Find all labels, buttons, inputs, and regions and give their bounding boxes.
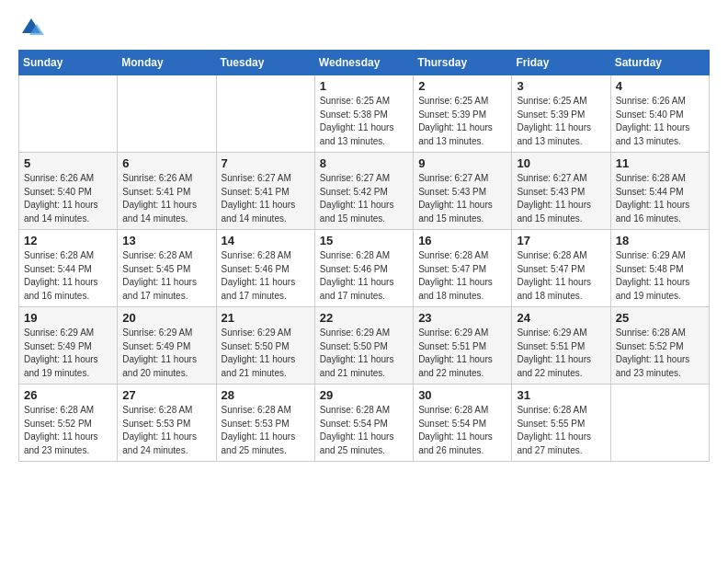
logo-icon bbox=[18, 15, 44, 40]
weekday-header-row: SundayMondayTuesdayWednesdayThursdayFrid… bbox=[19, 51, 710, 75]
calendar-cell: 2Sunrise: 6:25 AM Sunset: 5:39 PM Daylig… bbox=[414, 75, 512, 153]
calendar-cell: 19Sunrise: 6:29 AM Sunset: 5:49 PM Dayli… bbox=[19, 307, 118, 385]
day-info: Sunrise: 6:29 AM Sunset: 5:51 PM Dayligh… bbox=[517, 327, 605, 380]
calendar-week-row: 19Sunrise: 6:29 AM Sunset: 5:49 PM Dayli… bbox=[19, 307, 710, 385]
weekday-header-sunday: Sunday bbox=[19, 51, 118, 75]
day-info: Sunrise: 6:26 AM Sunset: 5:41 PM Dayligh… bbox=[122, 172, 210, 225]
day-number: 6 bbox=[122, 156, 210, 170]
day-number: 14 bbox=[222, 234, 310, 247]
calendar-cell: 27Sunrise: 6:28 AM Sunset: 5:53 PM Dayli… bbox=[118, 385, 216, 462]
day-info: Sunrise: 6:28 AM Sunset: 5:45 PM Dayligh… bbox=[122, 249, 210, 303]
calendar-cell: 22Sunrise: 6:29 AM Sunset: 5:50 PM Dayli… bbox=[314, 307, 413, 385]
day-number: 1 bbox=[320, 79, 408, 93]
day-number: 27 bbox=[122, 388, 210, 402]
calendar-cell: 28Sunrise: 6:28 AM Sunset: 5:53 PM Dayli… bbox=[216, 385, 314, 462]
day-info: Sunrise: 6:28 AM Sunset: 5:53 PM Dayligh… bbox=[122, 404, 210, 457]
day-info: Sunrise: 6:28 AM Sunset: 5:53 PM Dayligh… bbox=[222, 404, 310, 457]
calendar-cell: 6Sunrise: 6:26 AM Sunset: 5:41 PM Daylig… bbox=[118, 153, 216, 230]
calendar-cell bbox=[610, 385, 709, 462]
day-number: 23 bbox=[418, 311, 506, 325]
calendar-cell: 21Sunrise: 6:29 AM Sunset: 5:50 PM Dayli… bbox=[216, 307, 314, 385]
day-info: Sunrise: 6:26 AM Sunset: 5:40 PM Dayligh… bbox=[24, 172, 112, 225]
calendar-week-row: 1Sunrise: 6:25 AM Sunset: 5:38 PM Daylig… bbox=[19, 75, 710, 153]
calendar-cell: 4Sunrise: 6:26 AM Sunset: 5:40 PM Daylig… bbox=[610, 75, 709, 153]
weekday-header-saturday: Saturday bbox=[610, 51, 709, 75]
day-info: Sunrise: 6:29 AM Sunset: 5:49 PM Dayligh… bbox=[24, 327, 112, 380]
day-number: 20 bbox=[122, 311, 210, 325]
day-number: 25 bbox=[616, 311, 704, 325]
calendar-cell: 15Sunrise: 6:28 AM Sunset: 5:46 PM Dayli… bbox=[314, 230, 413, 307]
calendar-cell bbox=[118, 75, 216, 153]
calendar-cell: 17Sunrise: 6:28 AM Sunset: 5:47 PM Dayli… bbox=[512, 230, 610, 307]
calendar-week-row: 12Sunrise: 6:28 AM Sunset: 5:44 PM Dayli… bbox=[19, 230, 710, 307]
weekday-header-friday: Friday bbox=[512, 51, 610, 75]
day-number: 26 bbox=[24, 388, 112, 402]
day-number: 8 bbox=[320, 156, 408, 170]
day-number: 2 bbox=[418, 79, 506, 93]
day-info: Sunrise: 6:28 AM Sunset: 5:47 PM Dayligh… bbox=[517, 249, 605, 303]
day-info: Sunrise: 6:28 AM Sunset: 5:52 PM Dayligh… bbox=[24, 404, 112, 457]
day-number: 17 bbox=[517, 234, 605, 247]
day-number: 18 bbox=[616, 234, 704, 247]
day-info: Sunrise: 6:28 AM Sunset: 5:55 PM Dayligh… bbox=[517, 404, 605, 457]
day-info: Sunrise: 6:29 AM Sunset: 5:50 PM Dayligh… bbox=[222, 327, 310, 380]
calendar-cell: 10Sunrise: 6:27 AM Sunset: 5:43 PM Dayli… bbox=[512, 153, 610, 230]
calendar-cell: 26Sunrise: 6:28 AM Sunset: 5:52 PM Dayli… bbox=[19, 385, 118, 462]
day-number: 22 bbox=[320, 311, 408, 325]
day-info: Sunrise: 6:26 AM Sunset: 5:40 PM Dayligh… bbox=[616, 95, 704, 148]
day-info: Sunrise: 6:29 AM Sunset: 5:51 PM Dayligh… bbox=[418, 327, 506, 380]
calendar-cell: 30Sunrise: 6:28 AM Sunset: 5:54 PM Dayli… bbox=[414, 385, 512, 462]
day-info: Sunrise: 6:28 AM Sunset: 5:46 PM Dayligh… bbox=[222, 249, 310, 303]
day-info: Sunrise: 6:28 AM Sunset: 5:47 PM Dayligh… bbox=[418, 249, 506, 303]
day-info: Sunrise: 6:29 AM Sunset: 5:48 PM Dayligh… bbox=[616, 249, 704, 303]
calendar-table: SundayMondayTuesdayWednesdayThursdayFrid… bbox=[18, 50, 710, 462]
calendar-cell bbox=[19, 75, 118, 153]
header bbox=[18, 15, 710, 40]
day-number: 10 bbox=[517, 156, 605, 170]
day-info: Sunrise: 6:28 AM Sunset: 5:52 PM Dayligh… bbox=[616, 327, 704, 380]
day-info: Sunrise: 6:28 AM Sunset: 5:44 PM Dayligh… bbox=[616, 172, 704, 225]
day-number: 19 bbox=[24, 311, 112, 325]
day-number: 4 bbox=[616, 79, 704, 93]
day-number: 30 bbox=[418, 388, 506, 402]
day-info: Sunrise: 6:27 AM Sunset: 5:43 PM Dayligh… bbox=[517, 172, 605, 225]
day-info: Sunrise: 6:28 AM Sunset: 5:54 PM Dayligh… bbox=[320, 404, 408, 457]
day-info: Sunrise: 6:25 AM Sunset: 5:38 PM Dayligh… bbox=[320, 95, 408, 148]
calendar-cell: 31Sunrise: 6:28 AM Sunset: 5:55 PM Dayli… bbox=[512, 385, 610, 462]
calendar-cell: 12Sunrise: 6:28 AM Sunset: 5:44 PM Dayli… bbox=[19, 230, 118, 307]
day-info: Sunrise: 6:27 AM Sunset: 5:41 PM Dayligh… bbox=[222, 172, 310, 225]
day-number: 29 bbox=[320, 388, 408, 402]
calendar-cell: 25Sunrise: 6:28 AM Sunset: 5:52 PM Dayli… bbox=[610, 307, 709, 385]
day-number: 13 bbox=[122, 234, 210, 247]
calendar-cell: 24Sunrise: 6:29 AM Sunset: 5:51 PM Dayli… bbox=[512, 307, 610, 385]
day-info: Sunrise: 6:28 AM Sunset: 5:44 PM Dayligh… bbox=[24, 249, 112, 303]
day-info: Sunrise: 6:28 AM Sunset: 5:54 PM Dayligh… bbox=[418, 404, 506, 457]
calendar-cell: 5Sunrise: 6:26 AM Sunset: 5:40 PM Daylig… bbox=[19, 153, 118, 230]
calendar-cell: 3Sunrise: 6:25 AM Sunset: 5:39 PM Daylig… bbox=[512, 75, 610, 153]
day-info: Sunrise: 6:27 AM Sunset: 5:42 PM Dayligh… bbox=[320, 172, 408, 225]
calendar-cell: 23Sunrise: 6:29 AM Sunset: 5:51 PM Dayli… bbox=[414, 307, 512, 385]
page: SundayMondayTuesdayWednesdayThursdayFrid… bbox=[0, 0, 728, 477]
calendar-cell: 1Sunrise: 6:25 AM Sunset: 5:38 PM Daylig… bbox=[314, 75, 413, 153]
calendar-week-row: 26Sunrise: 6:28 AM Sunset: 5:52 PM Dayli… bbox=[19, 385, 710, 462]
calendar-cell: 8Sunrise: 6:27 AM Sunset: 5:42 PM Daylig… bbox=[314, 153, 413, 230]
day-number: 12 bbox=[24, 234, 112, 247]
calendar-cell: 20Sunrise: 6:29 AM Sunset: 5:49 PM Dayli… bbox=[118, 307, 216, 385]
day-info: Sunrise: 6:25 AM Sunset: 5:39 PM Dayligh… bbox=[517, 95, 605, 148]
weekday-header-tuesday: Tuesday bbox=[216, 51, 314, 75]
calendar-cell: 7Sunrise: 6:27 AM Sunset: 5:41 PM Daylig… bbox=[216, 153, 314, 230]
day-number: 15 bbox=[320, 234, 408, 247]
day-info: Sunrise: 6:27 AM Sunset: 5:43 PM Dayligh… bbox=[418, 172, 506, 225]
calendar-cell: 14Sunrise: 6:28 AM Sunset: 5:46 PM Dayli… bbox=[216, 230, 314, 307]
calendar-cell: 16Sunrise: 6:28 AM Sunset: 5:47 PM Dayli… bbox=[414, 230, 512, 307]
day-info: Sunrise: 6:29 AM Sunset: 5:50 PM Dayligh… bbox=[320, 327, 408, 380]
weekday-header-thursday: Thursday bbox=[414, 51, 512, 75]
day-number: 28 bbox=[222, 388, 310, 402]
day-info: Sunrise: 6:28 AM Sunset: 5:46 PM Dayligh… bbox=[320, 249, 408, 303]
day-number: 11 bbox=[616, 156, 704, 170]
weekday-header-wednesday: Wednesday bbox=[314, 51, 413, 75]
weekday-header-monday: Monday bbox=[118, 51, 216, 75]
calendar-cell: 9Sunrise: 6:27 AM Sunset: 5:43 PM Daylig… bbox=[414, 153, 512, 230]
calendar-week-row: 5Sunrise: 6:26 AM Sunset: 5:40 PM Daylig… bbox=[19, 153, 710, 230]
day-number: 5 bbox=[24, 156, 112, 170]
